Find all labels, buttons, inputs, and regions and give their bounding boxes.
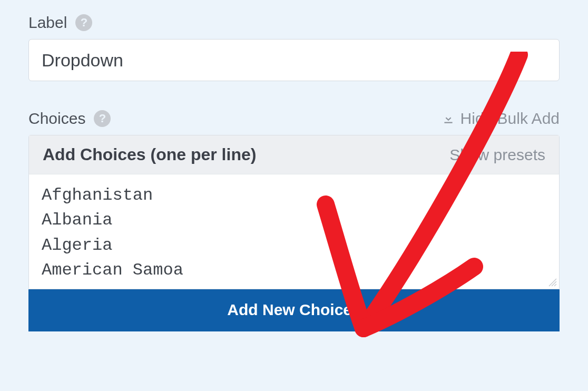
choices-field-title: Choices [28, 110, 85, 128]
bulk-choices-textarea[interactable] [29, 174, 559, 287]
bulk-choices-header: Add Choices (one per line) Show presets [29, 135, 559, 174]
add-new-choices-button[interactable]: Add New Choices [28, 289, 560, 331]
download-icon [442, 112, 455, 125]
choices-field-header: Choices ? Hide Bulk Add [28, 110, 560, 128]
label-title-group: Label ? [28, 14, 92, 32]
bulk-add-toggle[interactable]: Hide Bulk Add [442, 110, 560, 128]
choices-title-group: Choices ? [28, 110, 111, 128]
label-field-header: Label ? [28, 14, 560, 32]
bulk-choices-card: Add Choices (one per line) Show presets [28, 135, 560, 289]
bulk-add-toggle-label: Hide Bulk Add [460, 110, 560, 128]
field-options-panel: Label ? Choices ? Hide Bulk Add Add Choi… [0, 0, 588, 331]
help-icon[interactable]: ? [94, 110, 111, 127]
help-icon[interactable]: ? [75, 14, 92, 31]
label-field-title: Label [28, 14, 67, 32]
show-presets-link[interactable]: Show presets [449, 146, 545, 164]
label-input[interactable] [28, 39, 560, 81]
choices-section: Choices ? Hide Bulk Add Add Choices (one… [28, 110, 560, 331]
bulk-choices-title: Add Choices (one per line) [43, 145, 256, 164]
